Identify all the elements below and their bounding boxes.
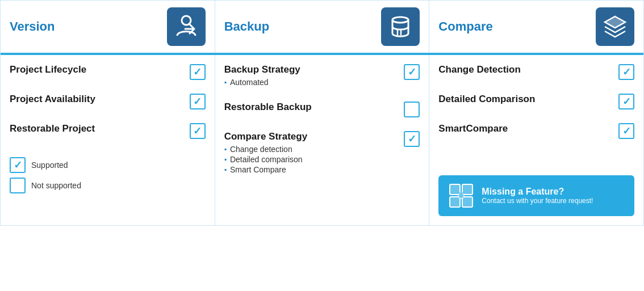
feature-bullets: Automated xyxy=(224,78,398,87)
compare-svg xyxy=(601,13,629,40)
feature-title: Restorable Backup xyxy=(224,102,398,113)
bullet-item: Smart Compare xyxy=(224,165,398,174)
missing-feature-title: Missing a Feature? xyxy=(482,187,593,197)
version-svg xyxy=(173,13,200,40)
feature-text: Restorable Backup xyxy=(224,102,398,115)
feature-text: Project Lifecycle xyxy=(10,64,183,78)
feature-text: Backup Strategy Automated xyxy=(224,64,398,88)
legend-supported: Supported xyxy=(10,157,206,173)
feature-title: Project Lifecycle xyxy=(10,64,183,75)
feature-row: Restorable Project xyxy=(10,123,206,139)
backup-icon xyxy=(381,7,420,46)
backup-header: Backup xyxy=(215,1,430,53)
feature-title: Compare Strategy xyxy=(224,131,398,142)
feature-row: Project Lifecycle xyxy=(10,64,206,80)
restorable-backup-checkbox xyxy=(404,102,420,117)
feature-text: Detailed Comparison xyxy=(438,94,612,107)
feature-row: Detailed Comparison xyxy=(438,94,634,109)
missing-feature-puzzle-icon xyxy=(448,182,475,209)
bullet-item: Detailed comparison xyxy=(224,155,398,164)
missing-feature-subtitle: Contact us with your feature request! xyxy=(482,197,593,205)
feature-title: Restorable Project xyxy=(10,123,183,134)
compare-label: Compare xyxy=(438,19,492,34)
content-area: Project Lifecycle Project Availability R… xyxy=(1,55,643,225)
feature-row: Change Detection xyxy=(438,64,634,80)
restorable-project-checkbox xyxy=(190,123,206,139)
bullet-item: Change detection xyxy=(224,145,398,154)
feature-title: Backup Strategy xyxy=(224,64,398,75)
compare-section: Change Detection Detailed Comparison xyxy=(429,55,643,225)
header-row: Version Backup xyxy=(1,1,643,54)
missing-feature-banner[interactable]: Missing a Feature? Contact us with your … xyxy=(438,175,634,216)
backup-svg xyxy=(387,13,414,40)
version-section: Project Lifecycle Project Availability R… xyxy=(1,55,215,225)
feature-title: Project Availability xyxy=(10,94,183,105)
feature-title: SmartCompare xyxy=(438,123,612,134)
checked-icon xyxy=(618,123,634,139)
project-lifecycle-checkbox xyxy=(190,64,206,80)
feature-row: Backup Strategy Automated xyxy=(224,64,420,88)
checked-icon xyxy=(190,123,206,139)
checked-icon xyxy=(404,64,420,80)
backup-label: Backup xyxy=(224,19,269,34)
svg-rect-2 xyxy=(450,184,460,195)
unchecked-icon xyxy=(404,102,420,117)
backup-section: Backup Strategy Automated Restorable Bac… xyxy=(215,55,430,225)
compare-strategy-checkbox xyxy=(404,131,420,147)
checked-icon xyxy=(618,64,634,80)
checked-icon xyxy=(404,131,420,147)
svg-rect-5 xyxy=(462,197,472,207)
version-icon xyxy=(167,7,206,46)
backup-strategy-checkbox xyxy=(404,64,420,80)
legend: Supported Not supported xyxy=(10,157,206,193)
feature-row: Compare Strategy Change detection Detail… xyxy=(224,131,420,175)
feature-row: SmartCompare xyxy=(438,123,634,139)
bullet-item: Automated xyxy=(224,78,398,87)
svg-point-1 xyxy=(392,17,408,23)
feature-text: Project Availability xyxy=(10,94,183,107)
feature-text: Compare Strategy Change detection Detail… xyxy=(224,131,398,175)
svg-rect-4 xyxy=(450,197,460,207)
checked-icon xyxy=(190,94,206,109)
legend-not-supported: Not supported xyxy=(10,178,206,193)
detailed-comparison-checkbox xyxy=(618,94,634,109)
checked-icon xyxy=(190,64,206,80)
feature-row: Project Availability xyxy=(10,94,206,109)
feature-row: Restorable Backup xyxy=(224,102,420,117)
feature-title: Detailed Comparison xyxy=(438,94,612,105)
legend-unchecked-icon xyxy=(10,178,26,193)
feature-bullets: Change detection Detailed comparison Sma… xyxy=(224,145,398,174)
smartcompare-checkbox xyxy=(618,123,634,139)
legend-not-supported-label: Not supported xyxy=(31,181,81,190)
compare-header: Compare xyxy=(429,1,643,53)
legend-checked-icon xyxy=(10,157,26,173)
svg-rect-3 xyxy=(462,184,472,195)
feature-text: Restorable Project xyxy=(10,123,183,137)
version-label: Version xyxy=(10,19,55,34)
missing-feature-wrapper: Missing a Feature? Contact us with your … xyxy=(438,153,634,216)
compare-icon xyxy=(596,7,634,46)
change-detection-checkbox xyxy=(618,64,634,80)
feature-title: Change Detection xyxy=(438,64,612,75)
checked-icon xyxy=(618,94,634,109)
project-availability-checkbox xyxy=(190,94,206,109)
version-header: Version xyxy=(1,1,215,53)
missing-feature-text: Missing a Feature? Contact us with your … xyxy=(482,187,593,205)
compare-section-inner: Change Detection Detailed Comparison xyxy=(438,64,634,216)
legend-supported-label: Supported xyxy=(31,161,68,170)
feature-text: SmartCompare xyxy=(438,123,612,137)
feature-text: Change Detection xyxy=(438,64,612,78)
